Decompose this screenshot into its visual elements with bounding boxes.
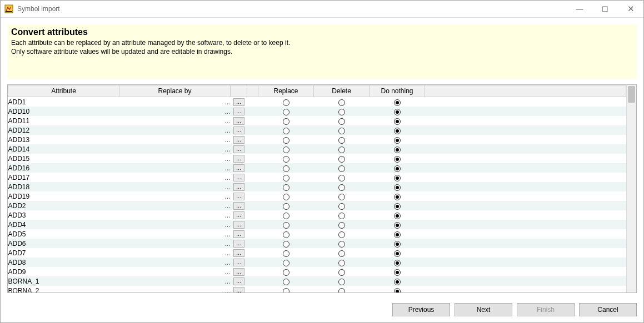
- radio-delete[interactable]: [338, 288, 345, 293]
- col-delete[interactable]: Delete: [314, 85, 370, 97]
- replace-by-cell[interactable]: ...: [119, 154, 231, 163]
- replace-by-cell[interactable]: ...: [119, 116, 231, 125]
- radio-replace[interactable]: [283, 137, 289, 144]
- radio-do_nothing[interactable]: [394, 165, 401, 172]
- browse-button[interactable]: ...: [233, 287, 244, 292]
- table-row[interactable]: ADD15......: [8, 154, 626, 163]
- radio-delete[interactable]: [338, 279, 345, 285]
- vertical-scrollbar[interactable]: [626, 85, 636, 292]
- radio-replace[interactable]: [283, 128, 289, 134]
- replace-by-cell[interactable]: ...: [119, 286, 231, 292]
- radio-delete[interactable]: [338, 156, 345, 163]
- table-row[interactable]: ADD18......: [8, 182, 626, 191]
- browse-button[interactable]: ...: [233, 174, 244, 181]
- radio-do_nothing[interactable]: [394, 109, 401, 115]
- replace-by-cell[interactable]: ...: [119, 229, 231, 239]
- radio-do_nothing[interactable]: [394, 288, 401, 293]
- replace-by-cell[interactable]: ...: [119, 163, 231, 173]
- browse-button[interactable]: ...: [233, 98, 244, 106]
- col-do-nothing[interactable]: Do nothing: [370, 85, 425, 97]
- replace-by-cell[interactable]: ...: [119, 135, 231, 144]
- replace-by-cell[interactable]: ...: [119, 220, 231, 229]
- col-attribute[interactable]: Attribute: [8, 85, 119, 97]
- radio-delete[interactable]: [338, 260, 345, 266]
- radio-do_nothing[interactable]: [394, 184, 401, 191]
- col-replace-by[interactable]: Replace by: [119, 85, 231, 97]
- replace-by-cell[interactable]: ...: [119, 201, 231, 210]
- browse-button[interactable]: ...: [233, 277, 244, 285]
- radio-do_nothing[interactable]: [394, 222, 401, 229]
- radio-do_nothing[interactable]: [394, 260, 401, 266]
- replace-by-cell[interactable]: ...: [119, 97, 231, 107]
- table-row[interactable]: ADD16......: [8, 163, 626, 173]
- browse-button[interactable]: ...: [233, 164, 244, 172]
- radio-replace[interactable]: [283, 109, 289, 115]
- radio-delete[interactable]: [338, 213, 345, 219]
- scrollbar-thumb[interactable]: [628, 86, 635, 103]
- radio-replace[interactable]: [283, 194, 289, 200]
- table-row[interactable]: ADD14......: [8, 144, 626, 154]
- radio-replace[interactable]: [283, 156, 289, 163]
- radio-delete[interactable]: [338, 269, 345, 276]
- radio-delete[interactable]: [338, 250, 345, 257]
- radio-delete[interactable]: [338, 118, 345, 125]
- radio-do_nothing[interactable]: [394, 203, 401, 210]
- replace-by-cell[interactable]: ...: [119, 182, 231, 191]
- radio-replace[interactable]: [283, 260, 289, 266]
- maximize-button[interactable]: ☐: [592, 1, 618, 17]
- radio-do_nothing[interactable]: [394, 269, 401, 276]
- table-row[interactable]: ADD2......: [8, 201, 626, 210]
- radio-do_nothing[interactable]: [394, 99, 401, 106]
- cancel-button[interactable]: Cancel: [579, 303, 637, 316]
- radio-delete[interactable]: [338, 99, 345, 106]
- browse-button[interactable]: ...: [233, 230, 244, 238]
- browse-button[interactable]: ...: [233, 193, 244, 200]
- table-row[interactable]: ADD6......: [8, 239, 626, 248]
- col-browse[interactable]: [231, 85, 247, 97]
- radio-do_nothing[interactable]: [394, 231, 401, 238]
- radio-delete[interactable]: [338, 175, 345, 181]
- replace-by-cell[interactable]: ...: [119, 144, 231, 154]
- radio-do_nothing[interactable]: [394, 250, 401, 257]
- table-row[interactable]: ADD10......: [8, 107, 626, 116]
- table-row[interactable]: ADD5......: [8, 229, 626, 239]
- browse-button[interactable]: ...: [233, 108, 244, 115]
- replace-by-cell[interactable]: ...: [119, 267, 231, 276]
- radio-do_nothing[interactable]: [394, 194, 401, 200]
- browse-button[interactable]: ...: [233, 211, 244, 219]
- radio-do_nothing[interactable]: [394, 156, 401, 163]
- table-row[interactable]: BORNA_1......: [8, 276, 626, 286]
- browse-button[interactable]: ...: [233, 249, 244, 257]
- radio-delete[interactable]: [338, 222, 345, 229]
- radio-replace[interactable]: [283, 250, 289, 257]
- radio-delete[interactable]: [338, 137, 345, 144]
- minimize-button[interactable]: —: [567, 1, 592, 17]
- radio-do_nothing[interactable]: [394, 118, 401, 125]
- replace-by-cell[interactable]: ...: [119, 248, 231, 258]
- radio-delete[interactable]: [338, 241, 345, 248]
- table-row[interactable]: ADD3......: [8, 210, 626, 220]
- radio-replace[interactable]: [283, 269, 289, 276]
- radio-replace[interactable]: [283, 241, 289, 248]
- radio-delete[interactable]: [338, 203, 345, 210]
- browse-button[interactable]: ...: [233, 145, 244, 153]
- radio-do_nothing[interactable]: [394, 147, 401, 153]
- browse-button[interactable]: ...: [233, 127, 244, 134]
- radio-delete[interactable]: [338, 128, 345, 134]
- previous-button[interactable]: Previous: [392, 303, 450, 316]
- table-row[interactable]: ADD17......: [8, 173, 626, 182]
- table-row[interactable]: ADD1......: [8, 97, 626, 107]
- radio-replace[interactable]: [283, 99, 289, 106]
- next-button[interactable]: Next: [455, 303, 512, 316]
- radio-delete[interactable]: [338, 184, 345, 191]
- browse-button[interactable]: ...: [233, 117, 244, 125]
- replace-by-cell[interactable]: ...: [119, 210, 231, 220]
- replace-by-cell[interactable]: ...: [119, 239, 231, 248]
- radio-replace[interactable]: [283, 288, 289, 293]
- browse-button[interactable]: ...: [233, 221, 244, 229]
- table-row[interactable]: ADD19......: [8, 191, 626, 201]
- radio-replace[interactable]: [283, 222, 289, 229]
- table-row[interactable]: BORNA_2......: [8, 286, 626, 292]
- radio-do_nothing[interactable]: [394, 279, 401, 285]
- replace-by-cell[interactable]: ...: [119, 191, 231, 201]
